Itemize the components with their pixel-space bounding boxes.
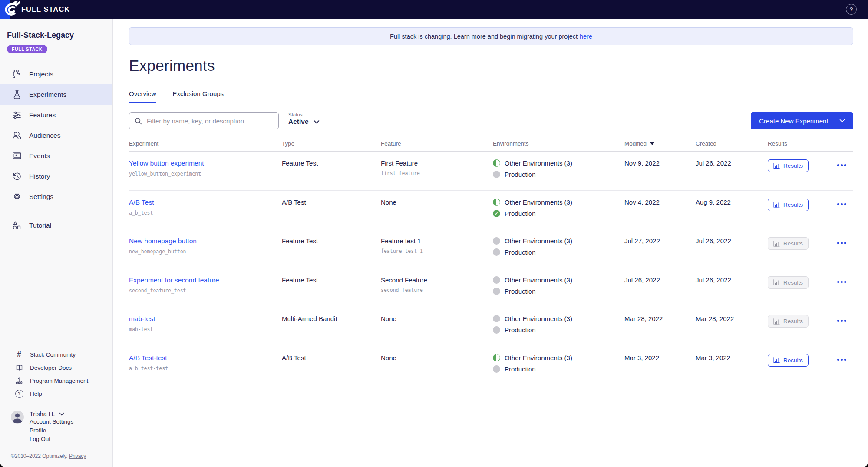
util-item-label: Help — [30, 391, 42, 397]
toolbar: Status Active Create New Experiment... — [129, 112, 853, 129]
util-item-label: Program Management — [30, 378, 88, 384]
sidebar-item-program-management[interactable]: Program Management — [0, 374, 112, 387]
row-menu-button[interactable] — [837, 242, 846, 244]
org-chart-icon — [15, 377, 23, 384]
environment-status: Production — [493, 326, 624, 334]
results-button-label: Results — [783, 202, 803, 208]
environment-label: Production — [505, 326, 536, 334]
environment-status-icon: ✓ — [493, 210, 500, 217]
table-row: A/B Test-test a_b_test-test A/B Test Non… — [129, 346, 853, 385]
row-menu-button[interactable] — [837, 203, 846, 205]
experiment-key: second_feature_test — [129, 288, 282, 294]
environment-status: Other Environments (3) — [493, 159, 624, 167]
sidebar-item-developer-docs[interactable]: Developer Docs — [0, 361, 112, 374]
account-settings-link[interactable]: Account Settings — [30, 417, 73, 426]
filter-input[interactable] — [146, 117, 273, 125]
tab-exclusion-groups[interactable]: Exclusion Groups — [173, 90, 224, 103]
sidebar-item-tutorial[interactable]: Tutorial — [0, 215, 112, 235]
bar-chart-icon — [773, 318, 780, 325]
optimizely-logo-icon — [3, 1, 22, 18]
experiment-link[interactable]: A/B Test-test — [129, 354, 167, 361]
results-button-label: Results — [783, 240, 803, 247]
environment-label: Other Environments (3) — [505, 159, 572, 167]
environment-label: Other Environments (3) — [505, 276, 572, 284]
bar-chart-icon — [773, 357, 780, 363]
experiment-key: yellow_button_experiment — [129, 171, 282, 177]
environments-cell: Other Environments (3)Production — [493, 237, 624, 256]
environment-status-icon — [493, 248, 500, 256]
environment-status-icon — [493, 326, 500, 334]
shapes-icon — [12, 220, 22, 231]
create-new-experiment-button[interactable]: Create New Experiment... — [751, 112, 853, 129]
results-button[interactable]: Results — [768, 237, 809, 250]
profile-link[interactable]: Profile — [30, 426, 73, 435]
privacy-link[interactable]: Privacy — [69, 453, 86, 459]
page-title: Experiments — [129, 57, 853, 74]
search-icon — [135, 117, 142, 125]
col-header-modified[interactable]: Modified — [624, 140, 696, 147]
row-menu-button[interactable] — [837, 281, 846, 283]
user-menu[interactable]: Trisha H. — [30, 411, 73, 417]
results-button[interactable]: Results — [768, 276, 809, 289]
results-button-label: Results — [783, 357, 803, 364]
help-icon[interactable]: ? — [846, 4, 857, 15]
environment-status-icon — [493, 199, 500, 206]
table-row: Experiment for second feature second_fea… — [129, 268, 853, 308]
sidebar-item-settings[interactable]: Settings — [0, 186, 112, 207]
avatar[interactable] — [11, 411, 24, 424]
col-header-environments[interactable]: Environments — [493, 140, 624, 147]
environment-status-icon — [493, 159, 500, 167]
experiment-link[interactable]: Experiment for second feature — [129, 276, 219, 284]
col-header-results: Results — [768, 140, 837, 147]
experiment-key: a_b_test-test — [129, 365, 282, 371]
experiment-link[interactable]: Yellow button experiment — [129, 159, 204, 167]
experiment-type: Feature Test — [282, 276, 381, 284]
sidebar-item-events[interactable]: Events — [0, 146, 112, 166]
feature-name: None — [381, 199, 493, 206]
col-header-experiment[interactable]: Experiment — [129, 140, 282, 147]
environment-status: Other Environments (3) — [493, 315, 624, 322]
results-button[interactable]: Results — [768, 315, 809, 328]
feature-key: second_feature — [381, 287, 493, 293]
results-button[interactable]: Results — [768, 199, 809, 211]
sidebar-item-audiences[interactable]: Audiences — [0, 125, 112, 146]
col-header-created[interactable]: Created — [696, 140, 768, 147]
experiment-key: a_b_test — [129, 210, 282, 216]
bar-chart-icon — [773, 241, 780, 247]
results-button-label: Results — [783, 279, 803, 286]
bar-chart-icon — [773, 202, 780, 208]
environments-cell: Other Environments (3)Production — [493, 276, 624, 295]
gear-icon — [12, 192, 22, 202]
row-menu-button[interactable] — [837, 320, 846, 322]
sidebar-item-features[interactable]: Features — [0, 105, 112, 125]
book-icon — [15, 364, 23, 372]
experiment-key: new_homepage_button — [129, 248, 282, 255]
environment-status: Production — [493, 288, 624, 295]
sidebar-item-experiments[interactable]: Experiments — [0, 84, 112, 105]
tab-overview[interactable]: Overview — [129, 90, 156, 103]
status-dropdown[interactable]: Active — [288, 118, 320, 126]
logout-link[interactable]: Log Out — [30, 435, 73, 444]
experiment-type: A/B Test — [282, 354, 381, 361]
sidebar-item-label: Audiences — [29, 132, 60, 139]
sidebar-item-label: Experiments — [29, 91, 66, 99]
row-menu-button[interactable] — [837, 359, 846, 361]
row-menu-button[interactable] — [837, 164, 846, 166]
sidebar-item-label: Tutorial — [29, 222, 51, 229]
sidebar-item-help[interactable]: ? Help — [0, 387, 112, 400]
sidebar-item-projects[interactable]: Projects — [0, 64, 112, 84]
results-button[interactable]: Results — [768, 354, 809, 367]
sidebar-item-label: Projects — [29, 70, 53, 78]
environment-label: Production — [505, 288, 536, 295]
sidebar-item-slack-community[interactable]: # Slack Community — [0, 348, 112, 361]
col-header-modified-label: Modified — [624, 140, 647, 147]
experiment-link[interactable]: New homepage button — [129, 237, 197, 245]
col-header-feature[interactable]: Feature — [381, 140, 493, 147]
sidebar-item-history[interactable]: History — [0, 166, 112, 186]
sidebar-bottom: # Slack Community Developer Docs — [0, 348, 112, 467]
experiment-link[interactable]: mab-test — [129, 315, 155, 322]
experiment-link[interactable]: A/B Test — [129, 199, 154, 206]
banner-here-link[interactable]: here — [580, 33, 592, 40]
results-button[interactable]: Results — [768, 159, 809, 172]
col-header-type[interactable]: Type — [282, 140, 381, 147]
